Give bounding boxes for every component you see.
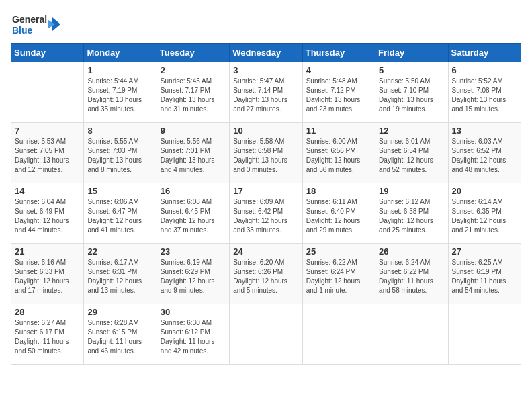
calendar-cell: 27Sunrise: 6:25 AMSunset: 6:19 PMDayligh… xyxy=(448,244,521,304)
day-info: Sunrise: 6:14 AMSunset: 6:35 PMDaylight:… xyxy=(452,197,517,235)
day-number: 18 xyxy=(306,186,371,196)
calendar-cell: 23Sunrise: 6:19 AMSunset: 6:29 PMDayligh… xyxy=(157,244,229,304)
svg-text:General: General xyxy=(12,14,47,25)
weekday-header: Monday xyxy=(84,44,157,62)
header-row: SundayMondayTuesdayWednesdayThursdayFrid… xyxy=(11,44,521,62)
calendar-cell: 29Sunrise: 6:28 AMSunset: 6:15 PMDayligh… xyxy=(84,304,157,365)
day-info: Sunrise: 6:30 AMSunset: 6:12 PMDaylight:… xyxy=(161,318,226,356)
day-number: 15 xyxy=(87,186,152,196)
day-info: Sunrise: 5:56 AMSunset: 7:01 PMDaylight:… xyxy=(161,137,226,175)
calendar-week-row: 1Sunrise: 5:44 AMSunset: 7:19 PMDaylight… xyxy=(11,62,521,123)
day-info: Sunrise: 5:48 AMSunset: 7:12 PMDaylight:… xyxy=(306,77,371,114)
day-number: 10 xyxy=(233,126,298,136)
day-info: Sunrise: 6:28 AMSunset: 6:15 PMDaylight:… xyxy=(87,318,152,356)
calendar-week-row: 28Sunrise: 6:27 AMSunset: 6:17 PMDayligh… xyxy=(11,304,521,365)
calendar-cell: 28Sunrise: 6:27 AMSunset: 6:17 PMDayligh… xyxy=(11,304,84,365)
day-number: 24 xyxy=(233,246,298,257)
day-number: 21 xyxy=(15,246,80,257)
calendar-week-row: 21Sunrise: 6:16 AMSunset: 6:33 PMDayligh… xyxy=(11,244,521,304)
calendar-cell: 25Sunrise: 6:22 AMSunset: 6:24 PMDayligh… xyxy=(302,244,375,304)
calendar-cell: 8Sunrise: 5:55 AMSunset: 7:03 PMDaylight… xyxy=(84,123,157,183)
calendar-cell: 19Sunrise: 6:12 AMSunset: 6:38 PMDayligh… xyxy=(375,183,448,244)
day-number: 16 xyxy=(161,186,226,196)
day-number: 26 xyxy=(379,246,444,257)
day-number: 6 xyxy=(452,65,517,75)
day-info: Sunrise: 5:53 AMSunset: 7:05 PMDaylight:… xyxy=(15,137,80,175)
day-number: 7 xyxy=(15,126,80,136)
day-number: 3 xyxy=(233,65,298,75)
day-info: Sunrise: 5:44 AMSunset: 7:19 PMDaylight:… xyxy=(87,77,152,114)
day-number: 23 xyxy=(161,246,226,257)
calendar-cell: 20Sunrise: 6:14 AMSunset: 6:35 PMDayligh… xyxy=(448,183,521,244)
calendar-cell: 14Sunrise: 6:04 AMSunset: 6:49 PMDayligh… xyxy=(11,183,84,244)
calendar-cell: 24Sunrise: 6:20 AMSunset: 6:26 PMDayligh… xyxy=(230,244,302,304)
calendar-cell: 5Sunrise: 5:50 AMSunset: 7:10 PMDaylight… xyxy=(375,62,448,123)
weekday-header: Saturday xyxy=(448,44,521,62)
calendar-cell: 30Sunrise: 6:30 AMSunset: 6:12 PMDayligh… xyxy=(157,304,229,365)
day-info: Sunrise: 6:16 AMSunset: 6:33 PMDaylight:… xyxy=(15,258,80,295)
day-number: 13 xyxy=(452,126,517,136)
calendar-cell: 26Sunrise: 6:24 AMSunset: 6:22 PMDayligh… xyxy=(375,244,448,304)
day-info: Sunrise: 6:01 AMSunset: 6:54 PMDaylight:… xyxy=(379,137,444,175)
day-info: Sunrise: 5:47 AMSunset: 7:14 PMDaylight:… xyxy=(233,77,298,114)
day-info: Sunrise: 6:20 AMSunset: 6:26 PMDaylight:… xyxy=(233,258,298,295)
calendar-cell xyxy=(375,304,448,365)
day-info: Sunrise: 6:24 AMSunset: 6:22 PMDaylight:… xyxy=(379,258,444,295)
day-info: Sunrise: 6:00 AMSunset: 6:56 PMDaylight:… xyxy=(306,137,371,175)
calendar-cell: 22Sunrise: 6:17 AMSunset: 6:31 PMDayligh… xyxy=(84,244,157,304)
day-number: 30 xyxy=(161,307,226,317)
weekday-header: Wednesday xyxy=(230,44,302,62)
day-info: Sunrise: 5:58 AMSunset: 6:58 PMDaylight:… xyxy=(233,137,298,175)
day-info: Sunrise: 6:09 AMSunset: 6:42 PMDaylight:… xyxy=(233,197,298,235)
day-number: 4 xyxy=(306,65,371,75)
day-info: Sunrise: 5:55 AMSunset: 7:03 PMDaylight:… xyxy=(87,137,152,175)
day-info: Sunrise: 5:50 AMSunset: 7:10 PMDaylight:… xyxy=(379,77,444,114)
calendar-cell: 21Sunrise: 6:16 AMSunset: 6:33 PMDayligh… xyxy=(11,244,84,304)
calendar-cell: 9Sunrise: 5:56 AMSunset: 7:01 PMDaylight… xyxy=(157,123,229,183)
calendar-week-row: 14Sunrise: 6:04 AMSunset: 6:49 PMDayligh… xyxy=(11,183,521,244)
calendar-cell: 12Sunrise: 6:01 AMSunset: 6:54 PMDayligh… xyxy=(375,123,448,183)
calendar-cell: 6Sunrise: 5:52 AMSunset: 7:08 PMDaylight… xyxy=(448,62,521,123)
day-info: Sunrise: 6:06 AMSunset: 6:47 PMDaylight:… xyxy=(87,197,152,235)
day-info: Sunrise: 6:08 AMSunset: 6:45 PMDaylight:… xyxy=(161,197,226,235)
day-number: 5 xyxy=(379,65,444,75)
calendar-cell: 3Sunrise: 5:47 AMSunset: 7:14 PMDaylight… xyxy=(230,62,302,123)
calendar-cell: 1Sunrise: 5:44 AMSunset: 7:19 PMDaylight… xyxy=(84,62,157,123)
day-info: Sunrise: 6:12 AMSunset: 6:38 PMDaylight:… xyxy=(379,197,444,235)
day-info: Sunrise: 6:03 AMSunset: 6:52 PMDaylight:… xyxy=(452,137,517,175)
day-info: Sunrise: 5:52 AMSunset: 7:08 PMDaylight:… xyxy=(452,77,517,114)
day-info: Sunrise: 6:27 AMSunset: 6:17 PMDaylight:… xyxy=(15,318,80,356)
day-number: 17 xyxy=(233,186,298,196)
day-number: 27 xyxy=(452,246,517,257)
calendar-cell xyxy=(448,304,521,365)
day-number: 12 xyxy=(379,126,444,136)
day-number: 22 xyxy=(87,246,152,257)
day-number: 1 xyxy=(87,65,152,75)
day-number: 25 xyxy=(306,246,371,257)
weekday-header: Sunday xyxy=(11,44,84,62)
weekday-header: Tuesday xyxy=(157,44,229,62)
calendar-table: SundayMondayTuesdayWednesdayThursdayFrid… xyxy=(11,43,521,365)
logo-icon: GeneralBlue xyxy=(11,11,64,38)
calendar-cell: 7Sunrise: 5:53 AMSunset: 7:05 PMDaylight… xyxy=(11,123,84,183)
day-info: Sunrise: 6:22 AMSunset: 6:24 PMDaylight:… xyxy=(306,258,371,295)
day-number: 14 xyxy=(15,186,80,196)
weekday-header: Friday xyxy=(375,44,448,62)
day-number: 20 xyxy=(452,186,517,196)
day-number: 19 xyxy=(379,186,444,196)
calendar-cell xyxy=(302,304,375,365)
calendar-cell: 4Sunrise: 5:48 AMSunset: 7:12 PMDaylight… xyxy=(302,62,375,123)
logo: GeneralBlue xyxy=(11,11,64,38)
svg-text:Blue: Blue xyxy=(12,25,33,36)
day-info: Sunrise: 6:04 AMSunset: 6:49 PMDaylight:… xyxy=(15,197,80,235)
calendar-cell xyxy=(11,62,84,123)
day-number: 28 xyxy=(15,307,80,317)
calendar-cell: 15Sunrise: 6:06 AMSunset: 6:47 PMDayligh… xyxy=(84,183,157,244)
weekday-header: Thursday xyxy=(302,44,375,62)
calendar-cell: 11Sunrise: 6:00 AMSunset: 6:56 PMDayligh… xyxy=(302,123,375,183)
calendar-cell: 18Sunrise: 6:11 AMSunset: 6:40 PMDayligh… xyxy=(302,183,375,244)
day-info: Sunrise: 6:11 AMSunset: 6:40 PMDaylight:… xyxy=(306,197,371,235)
calendar-cell: 17Sunrise: 6:09 AMSunset: 6:42 PMDayligh… xyxy=(230,183,302,244)
calendar-cell xyxy=(230,304,302,365)
day-number: 29 xyxy=(87,307,152,317)
